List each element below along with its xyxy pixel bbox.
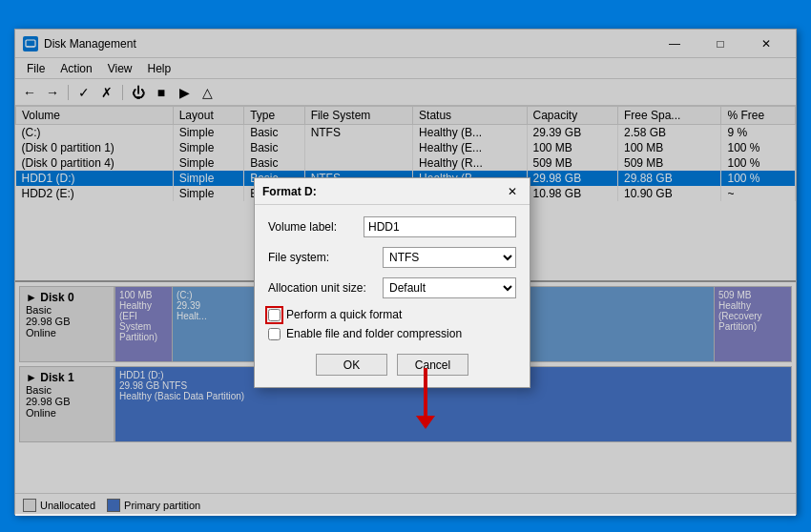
dialog-title-bar: Format D: ✕ bbox=[255, 178, 530, 205]
volume-label-row: Volume label: bbox=[268, 216, 516, 237]
dialog-title: Format D: bbox=[262, 185, 503, 198]
quick-format-checkbox[interactable] bbox=[268, 309, 281, 321]
modal-overlay: Format D: ✕ Volume label: File system: N… bbox=[15, 30, 796, 514]
dialog-close-button[interactable]: ✕ bbox=[503, 182, 522, 201]
arrow-head bbox=[416, 416, 435, 429]
quick-format-label: Perform a quick format bbox=[286, 308, 402, 321]
dialog-body: Volume label: File system: NTFS FAT32 ex… bbox=[255, 205, 530, 387]
allocation-select[interactable]: Default bbox=[383, 277, 516, 298]
allocation-text: Allocation unit size: bbox=[268, 281, 383, 295]
ok-button[interactable]: OK bbox=[316, 354, 387, 376]
dialog-buttons: OK Cancel bbox=[268, 354, 516, 376]
red-arrow-indicator bbox=[416, 368, 435, 429]
volume-label-input[interactable] bbox=[364, 216, 516, 237]
quick-format-row: Perform a quick format bbox=[268, 308, 516, 321]
file-system-text: File system: bbox=[268, 251, 383, 264]
compression-label: Enable file and folder compression bbox=[286, 327, 462, 340]
volume-label-text: Volume label: bbox=[268, 220, 364, 234]
compression-row: Enable file and folder compression bbox=[268, 327, 516, 340]
compression-checkbox[interactable] bbox=[268, 328, 281, 340]
format-dialog: Format D: ✕ Volume label: File system: N… bbox=[254, 177, 530, 388]
file-system-select[interactable]: NTFS FAT32 exFAT bbox=[383, 247, 516, 268]
arrow-shaft bbox=[424, 368, 427, 416]
disk-management-window: Disk Management — □ ✕ File Action View H… bbox=[14, 29, 797, 515]
file-system-row: File system: NTFS FAT32 exFAT bbox=[268, 247, 516, 268]
allocation-row: Allocation unit size: Default bbox=[268, 277, 516, 298]
